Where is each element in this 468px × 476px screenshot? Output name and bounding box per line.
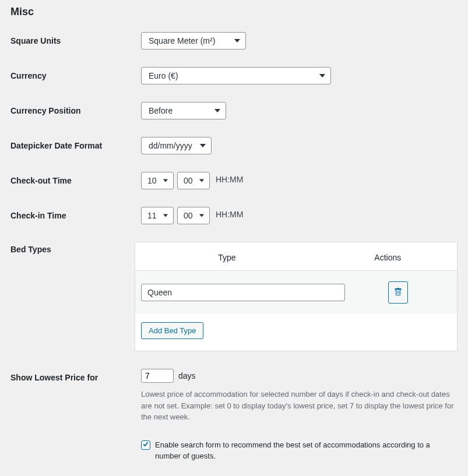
date-format-select[interactable]: dd/mm/yyyy — [141, 137, 212, 154]
lowest-price-description: Lowest price of accommodation for select… — [141, 389, 458, 423]
days-unit-label: days — [178, 371, 196, 380]
bed-types-table: Type Actions Add — [135, 242, 458, 351]
checkin-minute-select[interactable]: 00 — [177, 207, 210, 224]
bed-types-header-type: Type — [135, 253, 319, 262]
trash-icon — [394, 288, 402, 298]
recommend-checkbox-label: Enable search form to recommend the best… — [155, 439, 458, 462]
currency-select[interactable]: Euro (€) — [141, 67, 331, 84]
checkin-time-hint: HH:MM — [216, 210, 243, 219]
recommend-checkbox[interactable] — [141, 440, 150, 450]
lowest-price-days-input[interactable] — [141, 369, 174, 383]
checkout-time-label: Check-out Time — [10, 172, 141, 185]
bed-type-input[interactable] — [141, 284, 345, 301]
bed-types-header-actions: Actions — [319, 253, 457, 262]
checkin-hour-select[interactable]: 11 — [141, 207, 174, 224]
square-units-label: Square Units — [10, 32, 141, 45]
date-format-label: Datepicker Date Format — [10, 137, 141, 150]
checkout-time-hint: HH:MM — [216, 175, 243, 184]
checkout-minute-select[interactable]: 00 — [177, 172, 210, 189]
add-bed-type-button[interactable]: Add Bed Type — [141, 322, 203, 339]
bed-types-label: Bed Types — [10, 242, 135, 254]
lowest-price-label: Show Lowest Price for — [10, 369, 141, 382]
currency-position-label: Currency Position — [10, 102, 141, 115]
square-units-select[interactable]: Square Meter (m²) — [141, 32, 246, 50]
currency-position-select[interactable]: Before — [141, 102, 226, 119]
delete-bed-type-button[interactable] — [388, 281, 408, 304]
bed-types-row — [135, 271, 457, 314]
currency-label: Currency — [10, 67, 141, 80]
checkin-time-label: Check-in Time — [10, 207, 141, 220]
checkout-hour-select[interactable]: 10 — [141, 172, 174, 189]
section-title: Misc — [10, 6, 458, 18]
check-icon — [142, 440, 149, 449]
